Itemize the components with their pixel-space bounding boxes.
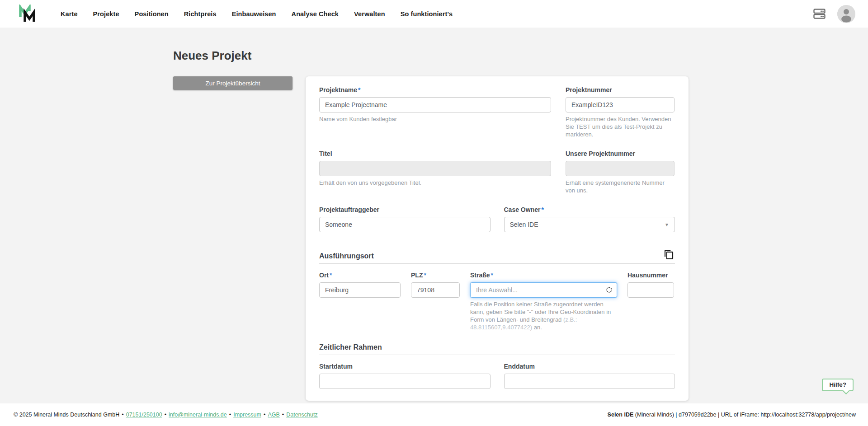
loading-spinner-icon (606, 287, 612, 293)
field-ort: Ort* (319, 272, 401, 331)
projektnummer-input[interactable] (566, 97, 675, 112)
zeitlicher-rahmen-divider (319, 355, 675, 355)
field-startdatum: Startdatum (319, 363, 491, 389)
titel-label: Titel (319, 150, 551, 158)
projektauftraggeber-label: Projektauftraggeber (319, 206, 491, 214)
startdatum-input[interactable] (319, 374, 491, 389)
titel-input (319, 161, 551, 176)
footer-separator: • (122, 412, 123, 418)
projektname-input[interactable] (319, 97, 551, 112)
footer-separator: • (264, 412, 265, 418)
field-unsere-projektnummer: Unsere Projektnummer Erhält eine systemg… (566, 150, 675, 194)
footer-link-datenschutz[interactable]: Datenschutz (286, 412, 317, 418)
footer-link-impressum[interactable]: Impressum (233, 412, 261, 418)
plz-input[interactable] (411, 282, 460, 298)
field-projektname: Projektname* Name vom Kunden festlegbar (319, 86, 551, 138)
unsere-projektnummer-label: Unsere Projektnummer (566, 150, 675, 158)
ausfuehrungsort-divider (319, 263, 675, 264)
case-owner-label: Case Owner* (504, 206, 675, 214)
projektname-label: Projektname* (319, 86, 551, 94)
footer-separator: • (165, 412, 166, 418)
help-button[interactable]: Hilfe? (822, 379, 854, 391)
footer-link-email[interactable]: info@mineral-minds.de (169, 412, 227, 418)
footer: © 2025 Mineral Minds Deutschland GmbH • … (0, 403, 868, 426)
field-plz: PLZ* (411, 272, 460, 331)
chevron-down-icon: ▼ (665, 222, 669, 227)
copy-icon[interactable] (663, 248, 675, 261)
case-owner-value: Selen IDE (510, 221, 538, 228)
plz-label: PLZ* (411, 272, 460, 279)
nav-item-analyse-check[interactable]: Analyse Check (292, 10, 339, 18)
projektname-helper: Name vom Kunden festlegbar (319, 115, 551, 123)
footer-link-phone[interactable]: 07151/250100 (126, 412, 162, 418)
section-title-ausfuehrungsort: Ausführungsort (319, 252, 374, 261)
enddatum-input[interactable] (504, 374, 675, 389)
server-icon[interactable] (813, 9, 826, 19)
unsere-projektnummer-helper: Erhält eine systemgenerierte Nummer von … (566, 179, 675, 194)
nav-item-projekte[interactable]: Projekte (93, 10, 119, 18)
field-case-owner: Case Owner* Selen IDE ▼ (504, 206, 675, 232)
footer-copyright: © 2025 Mineral Minds Deutschland GmbH (14, 412, 119, 418)
unsere-projektnummer-input (566, 161, 675, 176)
main-nav: Karte Projekte Positionen Richtpreis Ein… (61, 10, 453, 18)
titel-helper: Erhält den von uns vorgegebenen Titel. (319, 179, 551, 187)
required-marker: * (330, 272, 332, 279)
strasse-helper: Falls die Position keiner Straße zugeord… (470, 300, 617, 331)
field-hausnummer: Hausnummer (627, 272, 674, 331)
nav-item-karte[interactable]: Karte (61, 10, 78, 18)
main-content: Neues Projekt Zur Projektübersicht Proje… (0, 28, 868, 403)
required-marker: * (541, 206, 543, 213)
back-to-project-overview-button[interactable]: Zur Projektübersicht (173, 76, 292, 90)
title-divider (173, 68, 689, 68)
projektnummer-helper: Projektnummer des Kunden. Verwenden Sie … (566, 115, 675, 138)
field-projektnummer: Projektnummer Projektnummer des Kunden. … (566, 86, 675, 138)
strasse-label: Straße* (470, 272, 617, 279)
projektauftraggeber-input[interactable] (319, 217, 491, 232)
new-project-form-card: Projektname* Name vom Kunden festlegbar … (306, 76, 689, 401)
hausnummer-input[interactable] (627, 282, 674, 298)
field-projektauftraggeber: Projektauftraggeber (319, 206, 491, 232)
case-owner-select[interactable]: Selen IDE ▼ (504, 217, 675, 232)
nav-item-verwalten[interactable]: Verwalten (354, 10, 385, 18)
footer-session-info: Selen IDE (Mineral Minds) | d797059d22be… (608, 412, 856, 418)
field-titel: Titel Erhält den von uns vorgegebenen Ti… (319, 150, 551, 194)
required-marker: * (491, 272, 493, 279)
nav-item-richtpreis[interactable]: Richtpreis (184, 10, 217, 18)
strasse-input[interactable] (470, 282, 617, 298)
ort-input[interactable] (319, 282, 401, 298)
nav-item-positionen[interactable]: Positionen (135, 10, 169, 18)
field-strasse: Straße* Falls die Position keiner Straße… (470, 272, 617, 331)
startdatum-label: Startdatum (319, 363, 491, 370)
top-navbar: Karte Projekte Positionen Richtpreis Ein… (0, 0, 868, 28)
projektnummer-label: Projektnummer (566, 86, 675, 94)
footer-separator: • (229, 412, 231, 418)
ort-label: Ort* (319, 272, 401, 279)
footer-link-agb[interactable]: AGB (268, 412, 279, 418)
nav-item-so-funktionierts[interactable]: So funktioniert's (401, 10, 453, 18)
required-marker: * (358, 86, 360, 94)
footer-separator: • (282, 412, 284, 418)
nav-item-einbauweisen[interactable]: Einbauweisen (232, 10, 276, 18)
hausnummer-label: Hausnummer (627, 272, 674, 279)
user-avatar-icon[interactable] (837, 5, 855, 23)
page-title: Neues Projekt (173, 47, 689, 64)
mineral-minds-logo-icon[interactable] (18, 5, 39, 23)
required-marker: * (424, 272, 426, 279)
field-enddatum: Enddatum (504, 363, 675, 389)
enddatum-label: Enddatum (504, 363, 675, 370)
section-title-zeitlicher-rahmen: Zeitlicher Rahmen (319, 343, 382, 352)
help-button-label: Hilfe? (829, 381, 846, 388)
